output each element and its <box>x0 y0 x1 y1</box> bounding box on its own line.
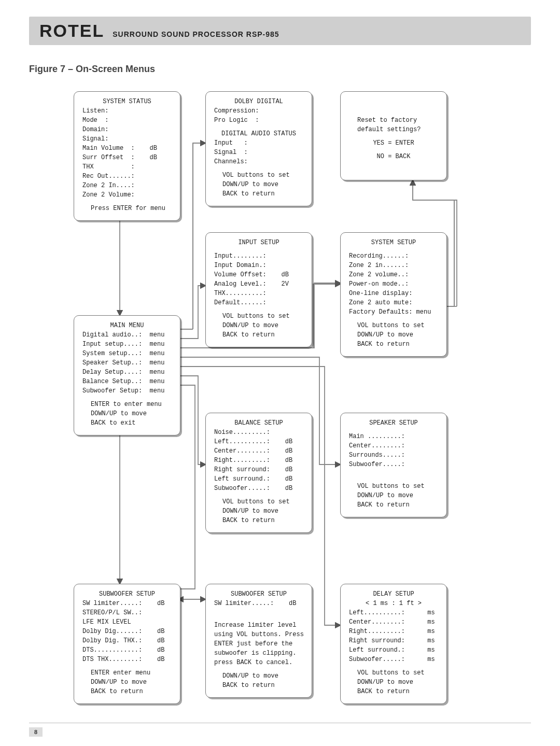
hint: BACK to return <box>222 516 303 525</box>
footer-rule <box>29 723 531 723</box>
row: Zone 2 Volume: <box>82 190 172 200</box>
row: Increase limiter level <box>214 621 303 630</box>
row: Recording......: <box>349 251 438 261</box>
row: Compression: <box>214 106 303 116</box>
row: Dolby Dig. THX.: dB <box>82 636 172 645</box>
row: Right surround: ms <box>349 636 438 645</box>
row: Left..........: ms <box>349 608 438 617</box>
hint: Press ENTER for menu <box>91 204 172 213</box>
menu-main: MAIN MENU Digital audio..: menu Input se… <box>74 315 180 435</box>
row: Reset to factory <box>357 116 438 125</box>
row: Main Volume : dB <box>82 144 172 153</box>
row: DTS THX........: dB <box>82 655 172 664</box>
row: Power-on mode..: <box>349 279 438 289</box>
hint: ENTER enter menu <box>91 668 172 678</box>
row: DTS............: dB <box>82 645 172 655</box>
row: Center........: ms <box>349 617 438 627</box>
product-name: SURROUND SOUND PROCESSOR RSP-985 <box>113 30 279 38</box>
row: Surr Offset : dB <box>82 153 172 162</box>
hint: BACK to return <box>357 340 438 349</box>
row: Subwoofer.....: ms <box>349 655 438 664</box>
box-title: SUBWOOFER SETUP <box>82 589 172 599</box>
row: Right.........: dB <box>214 456 303 465</box>
box-title: DOLBY DIGITAL <box>214 97 303 106</box>
row: Main .........: <box>349 432 438 441</box>
row: System setup...: menu <box>82 349 172 358</box>
hint: BACK to return <box>222 330 303 340</box>
row: < 1 ms : 1 ft > <box>349 599 438 608</box>
menu-subwoofer-setup-b: SUBWOOFER SETUP SW limiter.....: dB Incr… <box>205 584 312 698</box>
menu-balance-setup: BALANCE SETUP Noise.........: Left......… <box>205 413 312 533</box>
figure-title: Figure 7 – On-Screen Menus <box>29 64 531 75</box>
row: Signal: <box>82 134 172 144</box>
menu-input-setup: INPUT SETUP Input........: Input Domain.… <box>205 232 312 347</box>
menu-dolby-digital: DOLBY DIGITAL Compression: Pro Logic : D… <box>205 91 312 206</box>
row: Left surround.: dB <box>214 474 303 484</box>
row: Delay Setup....: menu <box>82 368 172 377</box>
row: Digital audio..: menu <box>82 330 172 340</box>
hint: VOL buttons to set <box>222 171 303 180</box>
header-bar: ROTEL SURROUND SOUND PROCESSOR RSP-985 <box>29 17 531 45</box>
hint: BACK to return <box>357 687 438 696</box>
box-title: MAIN MENU <box>82 321 172 330</box>
sub-title: DIGITAL AUDIO STATUS <box>214 129 303 138</box>
row: Default......: <box>214 298 303 307</box>
hint: VOL buttons to set <box>357 668 438 678</box>
hint: BACK to return <box>357 500 438 510</box>
row: Input setup....: menu <box>82 340 172 349</box>
row: Right surround: dB <box>214 465 303 474</box>
row: Subwoofer.....: <box>349 460 438 469</box>
row: Noise.........: <box>214 428 303 437</box>
hint: BACK to return <box>91 687 172 696</box>
hint: BACK to return <box>222 681 303 690</box>
row: ENTER just before the <box>214 639 303 649</box>
diagram-canvas: SYSTEM STATUS Listen: Mode : Domain: Sig… <box>29 91 531 729</box>
box-title: DELAY SETUP <box>349 589 438 599</box>
row: Zone 2 in......: <box>349 261 438 270</box>
hint: DOWN/UP to move <box>91 409 172 418</box>
row: NO = BACK <box>349 152 438 161</box>
box-title: INPUT SETUP <box>214 238 303 247</box>
hint: VOL buttons to set <box>222 312 303 321</box>
menu-system-setup: SYSTEM SETUP Recording......: Zone 2 in.… <box>340 232 447 357</box>
row: Left surround.: ms <box>349 645 438 655</box>
row: Zone 2 In....: <box>82 181 172 190</box>
row: Center........: dB <box>214 446 303 456</box>
brand-logo: ROTEL <box>39 21 104 41</box>
menu-delay-setup: DELAY SETUP < 1 ms : 1 ft > Left........… <box>340 584 447 704</box>
row: One-line display: <box>349 289 438 298</box>
hint: DOWN/UP to move <box>357 330 438 340</box>
row: press BACK to cancel. <box>214 658 303 667</box>
row: Subwoofer Setup: menu <box>82 386 172 396</box>
row: using VOL buttons. Press <box>214 630 303 639</box>
row: Speaker Setup..: menu <box>82 358 172 368</box>
box-title: SYSTEM SETUP <box>349 238 438 247</box>
row: Subwoofer.....: dB <box>214 484 303 493</box>
hint: BACK to return <box>222 189 303 199</box>
row: SW limiter.....: dB <box>82 599 172 608</box>
row: STEREO/P/L SW..: <box>82 608 172 617</box>
hint: VOL buttons to set <box>357 321 438 330</box>
menu-system-status: SYSTEM STATUS Listen: Mode : Domain: Sig… <box>74 91 180 221</box>
menu-subwoofer-setup-a: SUBWOOFER SETUP SW limiter.....: dB STER… <box>74 584 180 704</box>
row: SW limiter.....: dB <box>214 599 303 608</box>
row: Balance Setup..: menu <box>82 377 172 386</box>
row: Rec Out......: <box>82 172 172 181</box>
row: default settings? <box>357 125 438 134</box>
row: Pro Logic : <box>214 116 303 125</box>
row: Zone 2 volume..: <box>349 270 438 279</box>
hint: DOWN/UP to move <box>222 506 303 516</box>
hint: ENTER to enter menu <box>91 400 172 409</box>
page-number: 8 <box>29 727 43 737</box>
row: Signal : <box>214 148 303 157</box>
row: YES = ENTER <box>349 138 438 148</box>
row: Zone 2 auto mute: <box>349 298 438 307</box>
hint: DOWN/UP to move <box>222 321 303 330</box>
hint: VOL buttons to set <box>222 497 303 506</box>
row: Factory Defaults: menu <box>349 307 438 317</box>
row: Dolby Dig......: dB <box>82 627 172 636</box>
row: Channels: <box>214 157 303 166</box>
row: Volume Offset: dB <box>214 270 303 279</box>
menu-speaker-setup: SPEAKER SETUP Main .........: Center....… <box>340 413 447 517</box>
row: Input : <box>214 138 303 148</box>
